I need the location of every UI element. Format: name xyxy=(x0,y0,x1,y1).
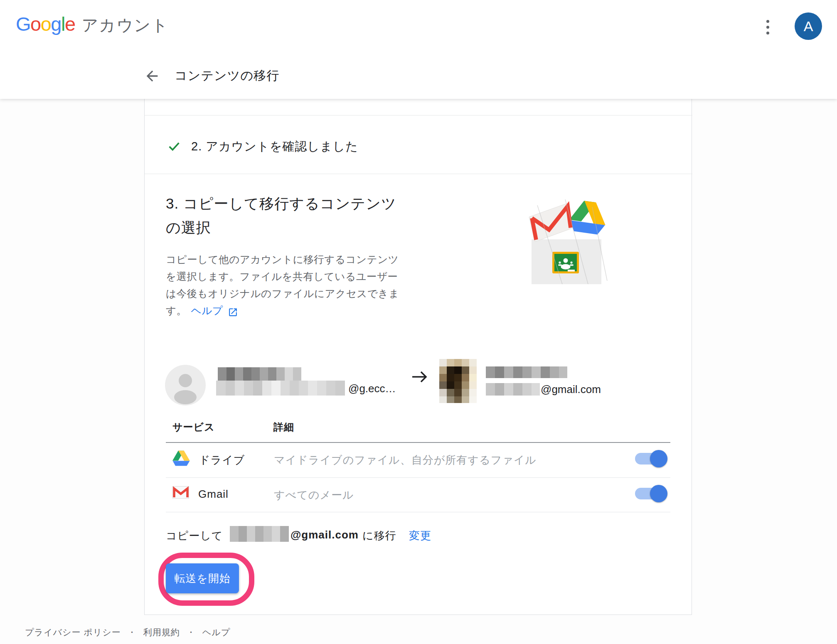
logo-letter: G xyxy=(16,13,30,35)
destination-avatar xyxy=(439,359,477,403)
row-divider xyxy=(166,477,670,478)
logo-letter: o xyxy=(30,13,41,35)
account-avatar[interactable]: A xyxy=(795,12,822,40)
redacted-destination-email xyxy=(486,383,540,396)
back-arrow-icon[interactable] xyxy=(144,68,160,84)
step3-heading-line1: 3. コピーして移行するコンテンツ xyxy=(166,194,396,214)
redacted-destination-name xyxy=(486,366,567,378)
app-header: Google アカウント A コンテンツの移行 xyxy=(0,0,837,99)
gmail-drive-classroom-illustration xyxy=(525,199,608,284)
arrow-forward-icon xyxy=(410,367,429,386)
product-name: アカウント xyxy=(82,14,169,37)
divider xyxy=(145,174,692,174)
logo-letter: e xyxy=(65,13,75,35)
google-logo: Google xyxy=(16,12,75,35)
open-in-new-icon[interactable] xyxy=(228,305,238,316)
table-header-divider xyxy=(166,442,670,443)
service-name-gmail: Gmail xyxy=(198,488,229,501)
page-title: コンテンツの移行 xyxy=(175,67,279,84)
start-transfer-button[interactable]: 転送を開始 xyxy=(166,563,239,593)
footer-privacy-link[interactable]: プライバシー ポリシー xyxy=(25,627,121,638)
drive-toggle[interactable] xyxy=(635,453,666,465)
gmail-icon xyxy=(172,486,189,499)
footer-help-link[interactable]: ヘルプ xyxy=(202,627,230,638)
footer-separator: ・ xyxy=(128,627,137,638)
footer: プライバシー ポリシー ・ 利用規約 ・ ヘルプ xyxy=(25,627,230,638)
redacted-transfer-email xyxy=(230,526,289,542)
logo-letter: l xyxy=(61,13,65,35)
step3-heading-line2: の選択 xyxy=(166,218,211,238)
transfer-card: 2. アカウントを確認しました 3. コピーして移行するコンテンツ の選択 コピ… xyxy=(144,99,692,615)
toggle-knob xyxy=(650,485,667,502)
gmail-toggle[interactable] xyxy=(635,488,666,499)
source-email-suffix: @g.ecc… xyxy=(348,382,396,395)
column-header-detail: 詳細 xyxy=(273,420,294,434)
toggle-knob xyxy=(650,450,667,467)
service-detail-drive: マイドライブのファイル、自分が所有するファイル xyxy=(274,453,537,467)
desc-line: は今後もオリジナルのファイルにアクセスできま xyxy=(166,285,399,302)
source-avatar xyxy=(165,365,206,406)
divider xyxy=(145,115,692,116)
brand: Google アカウント xyxy=(16,12,169,37)
desc-line: す。 xyxy=(166,302,187,319)
service-name-drive: ドライブ xyxy=(199,453,245,467)
step3-description: コピーして他のアカウントに移行するコンテンツ を選択します。ファイルを共有してい… xyxy=(166,251,399,319)
redacted-source-name xyxy=(218,367,301,381)
footer-separator: ・ xyxy=(187,627,196,638)
transfer-email: @gmail.com xyxy=(290,528,359,541)
transfer-suffix: に移行 xyxy=(362,528,396,543)
step2-label: 2. アカウントを確認しました xyxy=(191,138,358,155)
drive-icon xyxy=(172,450,190,466)
more-options-icon[interactable] xyxy=(758,16,777,38)
desc-line: コピーして他のアカウントに移行するコンテンツ xyxy=(166,251,399,268)
row-divider xyxy=(166,512,670,512)
check-icon xyxy=(167,139,181,153)
desc-line: を選択します。ファイルを共有しているユーザー xyxy=(166,268,399,285)
column-header-service: サービス xyxy=(172,420,215,434)
help-link[interactable]: ヘルプ xyxy=(191,302,223,319)
logo-letter: o xyxy=(41,13,51,35)
transfer-prefix: コピーして xyxy=(166,528,223,543)
service-detail-gmail: すべてのメール xyxy=(274,488,354,502)
redacted-source-email xyxy=(216,381,345,396)
destination-email-suffix: @gmail.com xyxy=(541,383,601,396)
logo-letter: g xyxy=(51,13,61,35)
change-link[interactable]: 変更 xyxy=(409,528,431,543)
footer-terms-link[interactable]: 利用規約 xyxy=(143,627,180,638)
